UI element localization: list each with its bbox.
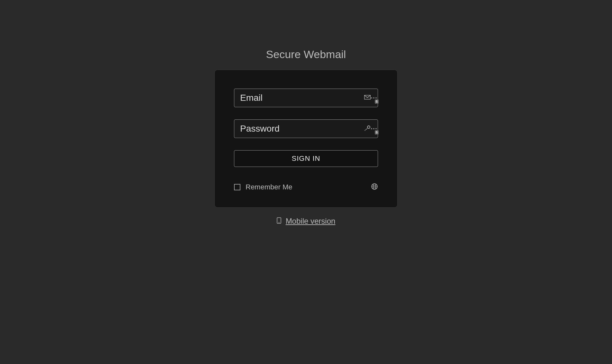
password-field-wrapper: 6 [234,119,378,138]
svg-point-6 [278,222,279,223]
mobile-icon [277,217,281,225]
email-field[interactable] [234,89,378,107]
password-autofill-indicator[interactable]: 6 [364,125,377,132]
signin-button[interactable]: SIGN IN [234,150,378,167]
options-row: Remember Me [234,183,378,191]
autofill-count: 6 [375,100,379,104]
password-field[interactable] [234,119,378,138]
checkbox-icon [234,184,240,190]
remember-me-toggle[interactable]: Remember Me [234,183,292,191]
remember-me-label: Remember Me [246,183,292,191]
key-icon [364,125,371,132]
page-title: Secure Webmail [266,48,346,61]
mobile-version-link[interactable]: Mobile version [286,217,336,226]
globe-icon [371,183,378,190]
svg-point-1 [367,126,370,128]
login-card: 6 6 SIGN IN Remember Me [214,70,398,208]
autofill-dots-badge: 6 [370,97,377,99]
autofill-dots-badge: 6 [370,128,377,129]
email-autofill-indicator[interactable]: 6 [364,95,377,101]
email-field-wrapper: 6 [234,89,378,107]
envelope-icon [364,95,371,101]
language-selector[interactable] [371,183,378,191]
autofill-count: 6 [375,130,379,134]
mobile-version-row: Mobile version [277,217,336,226]
